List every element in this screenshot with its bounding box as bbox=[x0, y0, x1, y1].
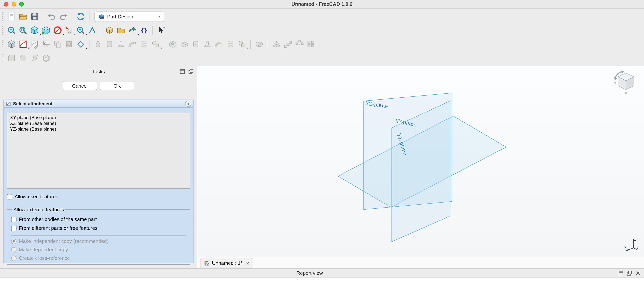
revolution-icon bbox=[104, 39, 114, 49]
undo-button[interactable] bbox=[46, 10, 58, 23]
create-variable-set-button[interactable]: {} bbox=[138, 24, 150, 37]
new-document-button[interactable] bbox=[6, 10, 17, 23]
attachment-option[interactable]: XZ-plane (Base plane) bbox=[10, 121, 187, 126]
attachment-option[interactable]: XY-plane (Base plane) bbox=[10, 115, 187, 121]
fillet-button[interactable] bbox=[6, 52, 17, 64]
report-view-title: Report view bbox=[296, 270, 323, 276]
zoom-tools-button[interactable]: ▾ bbox=[75, 24, 86, 37]
float-panel-icon[interactable] bbox=[188, 69, 194, 74]
3d-viewport[interactable]: XZ-plane XY-plane YZ-plane bbox=[198, 66, 644, 257]
make-link-button[interactable]: ▾ bbox=[127, 24, 138, 37]
additive-helix-button[interactable] bbox=[138, 38, 150, 50]
revolution-button[interactable] bbox=[104, 38, 115, 50]
create-clone-button[interactable] bbox=[52, 38, 63, 50]
save-document-icon bbox=[30, 12, 40, 22]
subtractive-helix-button[interactable] bbox=[225, 38, 236, 50]
from-other-bodies-checkbox[interactable] bbox=[11, 217, 16, 222]
measure-button[interactable] bbox=[86, 24, 98, 37]
subtractive-primitive-button[interactable]: ▾ bbox=[236, 38, 248, 50]
chevron-down-icon: ▾ bbox=[160, 47, 162, 50]
pocket-button[interactable] bbox=[167, 38, 178, 50]
edit-sketch-button[interactable] bbox=[29, 38, 40, 50]
axis-indicator: z x y bbox=[624, 237, 638, 252]
isometric-view-button[interactable] bbox=[40, 24, 52, 37]
create-shapebinder-button[interactable] bbox=[63, 38, 75, 50]
chamfer-button[interactable] bbox=[17, 52, 29, 64]
make-dependent-copy-row[interactable]: Make dependent copy bbox=[11, 247, 186, 252]
map-sketch-to-face-icon bbox=[41, 39, 51, 49]
fit-selection-button[interactable] bbox=[17, 24, 29, 37]
from-other-bodies-row[interactable]: From other bodies of the same part bbox=[11, 216, 186, 222]
from-different-parts-checkbox[interactable] bbox=[11, 225, 16, 231]
make-independent-copy-radio[interactable] bbox=[11, 238, 16, 244]
open-document-button[interactable] bbox=[17, 10, 29, 23]
document-tabbar: Unnamed : 1* × bbox=[198, 257, 644, 268]
create-part-button[interactable] bbox=[104, 24, 115, 37]
subtractive-loft-button[interactable] bbox=[202, 38, 213, 50]
cancel-button[interactable]: Cancel bbox=[62, 81, 97, 90]
fit-all-button[interactable] bbox=[6, 24, 17, 37]
boolean-operation-icon bbox=[254, 39, 264, 49]
additive-pipe-button[interactable] bbox=[127, 38, 138, 50]
allow-used-features-checkbox[interactable] bbox=[7, 194, 12, 199]
selection-filter-button[interactable]: ▾ bbox=[63, 24, 75, 37]
make-dependent-copy-radio[interactable] bbox=[11, 247, 16, 252]
ok-button[interactable]: OK bbox=[100, 81, 134, 90]
select-attachment-header[interactable]: Select attachment bbox=[4, 100, 194, 108]
toolbar-area: Part Design▾ ▾▾▾▾▾{}? ▾▾▾▾ bbox=[0, 9, 644, 66]
navigation-cube[interactable] bbox=[612, 69, 640, 96]
pad-button[interactable] bbox=[92, 38, 104, 50]
create-cross-reference-radio[interactable] bbox=[11, 255, 16, 261]
allow-used-features-row[interactable]: Allow used features bbox=[7, 194, 190, 199]
create-body-button[interactable] bbox=[6, 38, 17, 50]
zoom-window-button[interactable] bbox=[19, 2, 24, 7]
attachment-list[interactable]: XY-plane (Base plane)XZ-plane (Base plan… bbox=[7, 113, 190, 189]
create-cross-reference-row[interactable]: Create cross-reference bbox=[11, 255, 186, 261]
create-datum-button[interactable]: ▾ bbox=[75, 38, 86, 50]
whats-this-button[interactable]: ? bbox=[156, 24, 167, 37]
standard-views-button[interactable]: ▾ bbox=[29, 24, 40, 37]
make-link-icon bbox=[128, 25, 138, 35]
polar-pattern-icon bbox=[294, 39, 304, 49]
linear-pattern-button[interactable] bbox=[282, 38, 294, 50]
create-group-icon bbox=[116, 25, 126, 35]
draw-style-icon bbox=[52, 25, 62, 35]
make-independent-copy-row[interactable]: Make independent copy (recommended) bbox=[11, 238, 186, 244]
close-window-button[interactable] bbox=[4, 2, 8, 7]
workbench-selector[interactable]: Part Design▾ bbox=[94, 11, 164, 22]
dock-panel-icon[interactable] bbox=[180, 69, 185, 74]
map-sketch-to-face-button[interactable] bbox=[40, 38, 52, 50]
draft-button[interactable] bbox=[29, 52, 40, 64]
minimize-window-button[interactable] bbox=[12, 2, 16, 7]
close-report-icon[interactable] bbox=[635, 270, 640, 276]
hole-button[interactable] bbox=[178, 38, 190, 50]
groove-button[interactable] bbox=[190, 38, 202, 50]
redo-button[interactable] bbox=[58, 10, 69, 23]
toolbar-grip bbox=[2, 12, 4, 21]
create-sketch-button[interactable]: ▾ bbox=[17, 38, 29, 50]
polar-pattern-button[interactable] bbox=[294, 38, 305, 50]
collapse-section-button[interactable] bbox=[185, 101, 191, 107]
additive-loft-button[interactable] bbox=[115, 38, 127, 50]
titlebar: Unnamed - FreeCAD 1.0.2 bbox=[0, 0, 644, 9]
additive-primitive-button[interactable]: ▾ bbox=[150, 38, 161, 50]
create-body-icon bbox=[6, 39, 16, 49]
document-tab[interactable]: Unnamed : 1* × bbox=[200, 258, 253, 268]
subtractive-pipe-button[interactable] bbox=[213, 38, 225, 50]
create-group-button[interactable] bbox=[115, 24, 127, 37]
from-different-parts-row[interactable]: From different parts or free features bbox=[11, 225, 186, 231]
thickness-button[interactable] bbox=[40, 52, 52, 64]
save-document-button[interactable] bbox=[29, 10, 40, 23]
float-report-icon[interactable] bbox=[627, 270, 632, 276]
attachment-option[interactable]: YZ-plane (Base plane) bbox=[10, 126, 187, 132]
boolean-operation-button[interactable] bbox=[254, 38, 265, 50]
dock-report-icon[interactable] bbox=[618, 270, 624, 276]
mirrored-button[interactable] bbox=[271, 38, 282, 50]
svg-text:z: z bbox=[635, 238, 637, 242]
close-tab-icon[interactable]: × bbox=[246, 260, 250, 266]
subtractive-primitive-icon bbox=[237, 39, 247, 49]
refresh-button[interactable] bbox=[75, 10, 86, 23]
svg-text:?: ? bbox=[163, 26, 165, 31]
draw-style-button[interactable]: ▾ bbox=[52, 24, 63, 37]
create-multitransform-button[interactable] bbox=[305, 38, 317, 50]
